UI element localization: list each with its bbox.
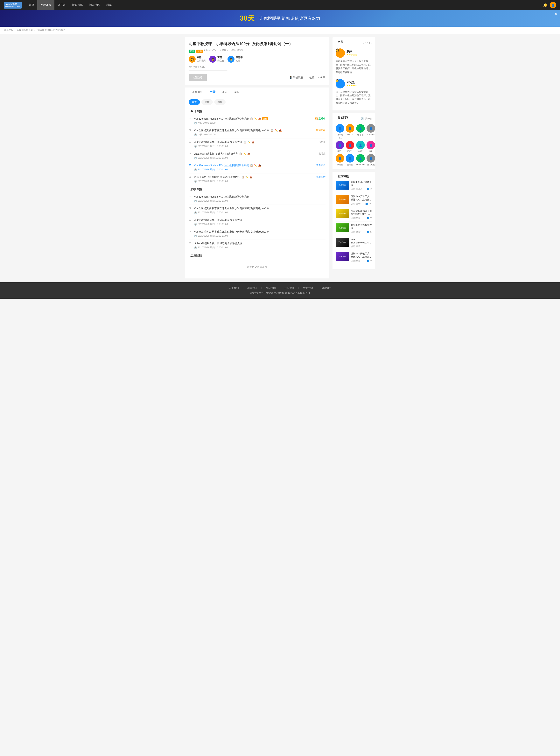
lesson-title: Vue Element+Node.js开发企业通用管理后台系统 📋 ✏️ 📤 <box>194 164 316 167</box>
edit-icon[interactable]: ✏️ <box>254 164 257 167</box>
classmate-name: Summers <box>356 163 365 166</box>
nav-discover[interactable]: 发现课程 <box>37 0 55 10</box>
footer-link-about[interactable]: 关于我们 <box>229 286 239 290</box>
next-icon[interactable]: › <box>372 42 372 44</box>
clipboard-icon[interactable]: 📋 <box>243 141 246 143</box>
classmate-avatar: 👤 <box>356 124 365 133</box>
logo[interactable]: ☁ 云朵课堂yunduoketang.com <box>4 2 22 8</box>
classmate-avatar: 👤 <box>366 124 375 133</box>
prev-icon[interactable]: ‹ <box>363 42 364 44</box>
collect-button[interactable]: ☆ 收藏 <box>306 76 315 79</box>
rec-item[interactable]: 前端全栈 前端全栈加强版！前端全线+全周期+多端应用 讲师: 岱田 👥 56 <box>336 209 372 222</box>
classmates-header: 你的同学 🔄 换一换 <box>336 116 372 122</box>
edit-icon[interactable]: ✏️ <box>245 176 248 179</box>
clipboard-icon[interactable]: 📋 <box>250 164 253 167</box>
mobile-watch-button[interactable]: 📱 手机观看 <box>289 76 303 79</box>
share-button[interactable]: ↗ 分享 <box>318 76 325 79</box>
lesson-item: 03 从Java后端到全栈、高级电商全栈系统大课 🕐2020/02/26 周四 … <box>188 216 325 228</box>
sub-tab-live[interactable]: 直播 <box>188 99 200 105</box>
classmate-avatar: 👤 <box>336 141 344 149</box>
breadcrumb-link-2[interactable]: 新媒体营销系列 <box>17 29 33 32</box>
share-icon[interactable]: 📤 <box>247 153 250 155</box>
action-buttons: 📱 手机观看 ☆ 收藏 ↗ 分享 <box>289 76 325 79</box>
classmate-item: 👤 张小田 <box>356 124 365 139</box>
lesson-time: 🕐2020/02/26 周四 10:00-11:00 <box>194 199 325 203</box>
rec-item[interactable]: 玩转Java 玩转Java开发工具，精通JUC，成为开发多面手 讲师: 岱田 👥… <box>336 252 372 264</box>
teacher-sidebar-info-1: 罗静 ★★★★☆ <box>346 50 357 56</box>
clock-icon: 🕐 <box>194 145 197 148</box>
clock-icon: 🕐 <box>194 235 197 237</box>
tab-intro[interactable]: 课程介绍 <box>188 87 206 97</box>
footer-link-disclaimer[interactable]: 免责声明 <box>303 286 313 290</box>
nav-open-course[interactable]: 公开课 <box>55 0 69 10</box>
course-title: 明星中教授课，小学阶段语法100分–强化级第1讲动词（一） <box>188 41 325 46</box>
footer-sep: | <box>261 286 262 290</box>
lesson-time-text: 2020/02/26 周四 10:00-11:00 <box>198 234 228 238</box>
recommended-title: 推荐课程 <box>336 175 372 178</box>
share-icon[interactable]: 📤 <box>252 141 255 143</box>
nav-exam[interactable]: 题库 <box>103 0 115 10</box>
clipboard-icon[interactable]: 📋 <box>250 117 253 120</box>
nav-news[interactable]: 新闻资讯 <box>69 0 86 10</box>
teachers-pagination[interactable]: ‹ 1/10 › <box>363 42 372 44</box>
sub-tab-class[interactable]: 面授 <box>214 99 225 105</box>
tab-catalog[interactable]: 目录 <box>206 87 219 97</box>
notification-bell[interactable]: 🔔 <box>543 3 547 7</box>
edit-icon[interactable]: ✏️ <box>247 141 251 143</box>
rec-item[interactable]: 玩转Java 玩转Java开发工具，精通JUC，成为开发多面手 讲师: 王峰 👥… <box>336 195 372 207</box>
footer-sep: | <box>280 286 280 290</box>
tab-review[interactable]: 评论 <box>219 87 231 97</box>
teacher-role-3: 助教 <box>236 59 243 62</box>
footer-link-agent[interactable]: 加盟代理 <box>247 286 257 290</box>
share-icon[interactable]: 📤 <box>258 117 261 120</box>
lesson-time: 🕐 2020/02/26 周四 10:00-11:00 <box>194 180 316 183</box>
share-icon[interactable]: 📤 <box>258 164 261 167</box>
tab-qa[interactable]: 问答 <box>231 87 243 97</box>
rec-item[interactable]: 高级电商 高级电商全线系统大课 讲师: 张小锋 👥 34 <box>336 181 372 193</box>
lesson-title: 跟随千万级项目从0到100全过程高效成长 📋 ✏️ 📤 <box>194 175 316 179</box>
share-icon[interactable]: 📤 <box>249 176 253 179</box>
nav-more[interactable]: ... <box>115 0 123 10</box>
edit-icon[interactable]: ✏️ <box>254 117 257 120</box>
nav-qa[interactable]: 问答社区 <box>86 0 103 10</box>
lesson-item: 06 跟随千万级项目从0到100全过程高效成长 📋 ✏️ 📤 🕐 2020/02… <box>188 174 325 185</box>
lesson-num: 01 <box>188 195 194 198</box>
lesson-content: Vue全家桶实战 从零独立开发企业级小米电商系统(免费升级Vue3.0) 🕐20… <box>194 230 325 238</box>
edit-icon[interactable]: ✏️ <box>243 153 246 155</box>
clipboard-icon[interactable]: 📋 <box>239 153 242 155</box>
lesson-status: 查看回放 <box>316 164 325 167</box>
classmates-refresh[interactable]: 🔄 换一换 <box>361 117 372 120</box>
classmate-item: 👤 qq_天涯 <box>366 154 375 166</box>
clipboard-icon[interactable]: 📋 <box>271 129 274 132</box>
lesson-time-text: 2020/02/26 周四 10:00-11:00 <box>198 168 228 171</box>
rec-item[interactable]: Vue Node Vue Element+Node.js开发企业通用管理后台系统… <box>336 238 372 250</box>
ended-status: 已结束 <box>319 141 325 143</box>
clipboard-icon[interactable]: 📋 <box>241 176 244 179</box>
replay-status[interactable]: 查看回放 <box>316 164 325 167</box>
teachers-card: 名师 ‹ 1/10 › 👩 罗静 ★★★★☆ 国内某重点大学安全工程专业硕士，国… <box>333 37 375 111</box>
footer-link-recruit[interactable]: 招资纳士 <box>321 286 331 290</box>
nav-home[interactable]: 首页 <box>26 0 37 10</box>
buy-button[interactable]: 已购买 <box>188 74 207 81</box>
teachers-card-header: 名师 ‹ 1/10 › <box>336 40 372 46</box>
footer-link-partner[interactable]: 合作伙伴 <box>284 286 294 290</box>
footer-links: 关于我们 | 加盟代理 | 网站地图 | 合作伙伴 | 免责声明 | 招资纳士 <box>4 286 556 290</box>
nav-right: 🔔 👤 <box>543 2 556 8</box>
teacher-name-1: 罗静 <box>197 56 206 59</box>
edit-icon[interactable]: ✏️ <box>275 129 278 132</box>
replay-status[interactable]: 查看回放 <box>316 176 325 178</box>
rec-meta: 讲师: 张小锋 👥 34 <box>351 188 372 191</box>
banner-close-button[interactable]: × <box>555 12 557 16</box>
rec-meta: 讲师: 王峰 👥 123 <box>351 202 372 205</box>
user-avatar[interactable]: 👤 <box>550 2 556 8</box>
sub-tab-record[interactable]: 录播 <box>201 99 213 105</box>
share-icon[interactable]: 📤 <box>279 129 282 132</box>
rec-item[interactable]: 高级电商 高级电商全线系统大课 讲师: 冷画 👥 40 <box>336 223 372 236</box>
lesson-status: 已结束 <box>319 140 325 144</box>
left-column: 明星中教授课，小学阶段语法100分–强化级第1讲动词（一） 直播 录播 246人… <box>185 37 329 278</box>
lesson-item: 03 从Java后端到全栈、高级电商全栈系统大课 📋 ✏️ 📤 🕐 2020/0… <box>188 138 325 150</box>
rec-teacher: 讲师: 冷画 <box>351 231 360 234</box>
footer-link-sitemap[interactable]: 网站地图 <box>266 286 276 290</box>
breadcrumb-link-1[interactable]: 发现课程 <box>4 29 13 32</box>
classmate-name: Bill <box>369 150 372 153</box>
